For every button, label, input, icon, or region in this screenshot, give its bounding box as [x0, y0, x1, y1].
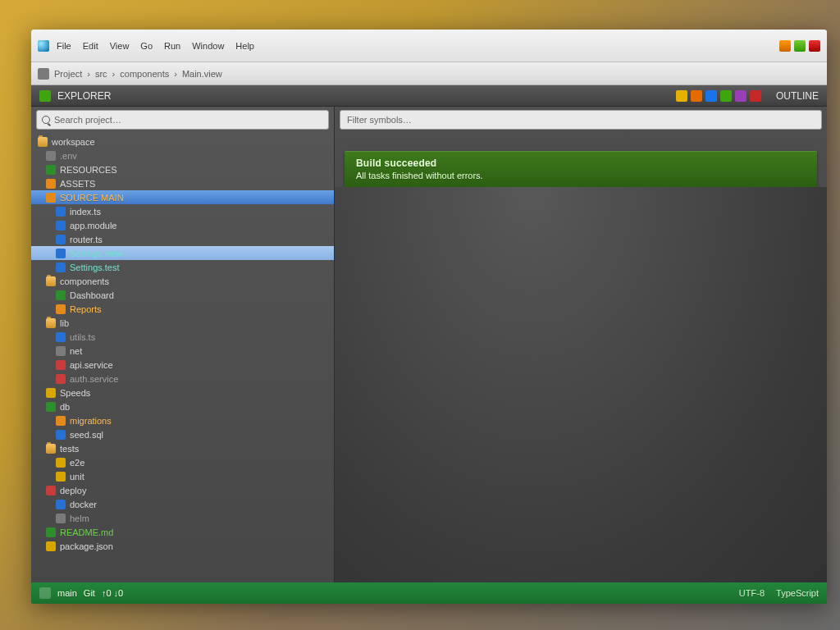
tree-item[interactable]: net: [31, 344, 334, 358]
chevron-right-icon: ›: [112, 69, 116, 79]
tree-item[interactable]: api.service: [31, 358, 334, 372]
build-banner[interactable]: Build succeeded All tasks finished witho…: [345, 151, 817, 187]
tree-item[interactable]: index.ts: [31, 204, 334, 218]
toolbar-icon[interactable]: [809, 40, 820, 52]
banner-subtitle: All tasks finished without errors.: [356, 171, 806, 180]
panel-action-icon[interactable]: [750, 90, 761, 102]
panel-action-icon[interactable]: [691, 90, 702, 102]
status-branch[interactable]: main: [57, 588, 77, 598]
tree-item[interactable]: utils.ts: [31, 330, 334, 344]
branch-icon: [39, 587, 51, 599]
panel-action-icon[interactable]: [676, 90, 687, 102]
crumb-root[interactable]: Project: [54, 69, 82, 79]
tree-item[interactable]: Dashboard: [31, 288, 334, 302]
menu-view[interactable]: View: [106, 39, 134, 53]
tree-item[interactable]: RESOURCES: [31, 162, 334, 176]
toolbar-icon[interactable]: [794, 40, 806, 52]
tree-item[interactable]: components: [31, 274, 334, 288]
menu-run[interactable]: Run: [160, 39, 185, 53]
panel-header: EXPLORER OUTLINE: [31, 85, 827, 107]
search-placeholder: Search project…: [54, 115, 121, 125]
breadcrumb: Project › src › components › Main.view: [31, 62, 827, 85]
tree-item[interactable]: ASSETS: [31, 176, 334, 190]
tree-item[interactable]: helm: [31, 511, 334, 525]
tree-item[interactable]: router.ts: [31, 232, 334, 246]
tree-item-label: utils.ts: [70, 332, 95, 342]
file-icon: [56, 360, 66, 370]
status-sync[interactable]: ↑0 ↓0: [102, 588, 123, 598]
tree-item[interactable]: migrations: [31, 413, 334, 427]
tree-item-label: docker: [70, 500, 97, 509]
project-search-input[interactable]: Search project…: [36, 110, 329, 130]
status-language[interactable]: TypeScript: [776, 588, 819, 598]
toolbar-icon[interactable]: [779, 40, 791, 52]
menu-edit[interactable]: Edit: [79, 39, 103, 53]
tree-item-label: lib: [60, 318, 69, 328]
file-icon: [56, 235, 66, 244]
tree-item-label: unit: [70, 472, 84, 482]
panel-action-icon[interactable]: [720, 90, 732, 102]
tree-item[interactable]: e2e: [31, 455, 334, 469]
tree-item[interactable]: workspace: [31, 135, 334, 148]
symbol-filter-input[interactable]: Filter symbols…: [340, 110, 822, 130]
tree-item[interactable]: db: [31, 399, 334, 413]
panel-title: EXPLORER: [57, 90, 111, 102]
tree-item-label: migrations: [70, 416, 112, 426]
tree-item-label: app.module: [70, 221, 117, 231]
file-icon: [56, 514, 66, 523]
editor-canvas[interactable]: [335, 187, 827, 582]
menu-help[interactable]: Help: [231, 39, 258, 53]
tree-item[interactable]: app.module: [31, 218, 334, 232]
folder-icon: [46, 444, 56, 454]
tree-item[interactable]: Reports: [31, 302, 334, 316]
file-icon: [46, 193, 56, 203]
tree-item-label: helm: [70, 514, 89, 523]
editor-pane: Filter symbols… Build succeeded All task…: [335, 107, 827, 582]
tree-item-label: components: [60, 276, 109, 286]
file-icon: [56, 430, 66, 440]
crumb-item[interactable]: src: [95, 69, 107, 79]
menu-go[interactable]: Go: [136, 39, 157, 53]
tree-item[interactable]: SOURCE MAIN: [31, 190, 334, 204]
menu-file[interactable]: File: [52, 39, 75, 53]
file-icon: [46, 165, 56, 175]
tree-item[interactable]: Speeds: [31, 386, 334, 399]
status-git[interactable]: Git: [84, 588, 95, 598]
tree-item-label: Speeds: [60, 388, 90, 398]
crumb-item[interactable]: components: [120, 69, 169, 79]
file-icon: [46, 541, 56, 551]
file-icon: [56, 304, 66, 314]
sidebar: Search project… workspace.envRESOURCESAS…: [31, 107, 335, 582]
tree-item[interactable]: auth.service: [31, 372, 334, 386]
tree-item[interactable]: lib: [31, 316, 334, 330]
tree-item-label: Reports: [70, 304, 102, 314]
explorer-icon: [39, 90, 51, 102]
file-icon: [46, 402, 56, 412]
status-bar: main Git ↑0 ↓0 UTF-8 TypeScript: [31, 582, 827, 604]
tree-item[interactable]: deploy: [31, 483, 334, 497]
file-tree[interactable]: workspace.envRESOURCESASSETSSOURCE MAINi…: [31, 133, 334, 582]
folder-icon: [46, 318, 56, 328]
file-icon: [56, 374, 66, 384]
tree-item-label: Dashboard: [70, 290, 114, 300]
tree-item[interactable]: package.json: [31, 539, 334, 553]
panel-action-icon[interactable]: [735, 90, 746, 102]
panel-action-icon[interactable]: [705, 90, 717, 102]
tree-item[interactable]: unit: [31, 469, 334, 483]
file-icon: [56, 221, 66, 231]
file-icon: [56, 458, 66, 468]
status-encoding[interactable]: UTF-8: [739, 588, 765, 598]
tree-item-label: ASSETS: [60, 179, 95, 189]
tree-item-label: SOURCE MAIN: [60, 193, 124, 203]
file-icon: [46, 527, 56, 537]
tree-item[interactable]: .env: [31, 148, 334, 162]
search-icon: [42, 116, 50, 124]
tree-item[interactable]: Settings.view: [31, 246, 334, 260]
tree-item[interactable]: docker: [31, 497, 334, 511]
tree-item[interactable]: tests: [31, 441, 334, 455]
tree-item[interactable]: seed.sql: [31, 427, 334, 441]
crumb-item[interactable]: Main.view: [182, 69, 222, 79]
tree-item[interactable]: README.md: [31, 525, 334, 539]
tree-item[interactable]: Settings.test: [31, 260, 334, 274]
menu-window[interactable]: Window: [188, 39, 228, 53]
